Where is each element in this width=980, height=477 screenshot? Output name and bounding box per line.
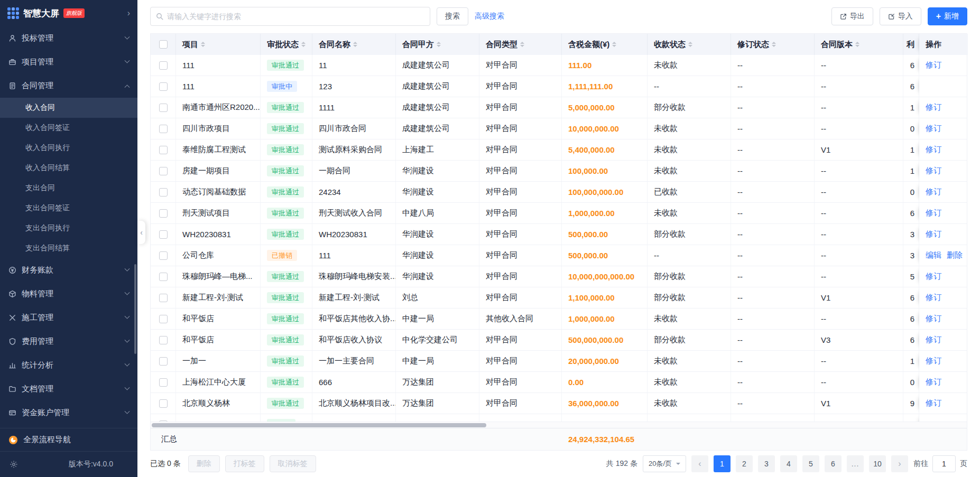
row-checkbox[interactable] (159, 399, 168, 408)
sidebar-collapse-handle[interactable]: ‹ (137, 221, 145, 244)
column-header-status[interactable]: 审批状态 (261, 34, 312, 55)
page-button-3[interactable]: 3 (758, 455, 775, 472)
sidebar-subitem[interactable]: 收入合同签证 (0, 118, 137, 138)
row-checkbox[interactable] (159, 146, 168, 154)
edit-link[interactable]: 编辑 (926, 250, 941, 260)
column-header-name[interactable]: 合同名称 (312, 34, 396, 55)
goto-page-input[interactable] (932, 455, 956, 472)
revise-link[interactable]: 修订 (926, 314, 941, 324)
sidebar-subitem[interactable]: 收入合同 (0, 98, 137, 118)
revise-link[interactable]: 修订 (926, 335, 941, 345)
horizontal-scrollbar-thumb[interactable] (152, 423, 486, 427)
row-checkbox[interactable] (159, 61, 168, 70)
revise-link[interactable]: 修订 (926, 60, 941, 70)
sort-icon[interactable] (688, 42, 692, 47)
sidebar-item[interactable]: 统计分析 (0, 353, 137, 377)
gear-icon[interactable] (10, 460, 18, 469)
search-input[interactable] (167, 12, 424, 21)
row-checkbox[interactable] (159, 273, 168, 281)
page-button-2[interactable]: 2 (736, 455, 753, 472)
untag-button[interactable]: 取消标签 (270, 455, 316, 472)
page-size-select[interactable]: 20条/页 (643, 455, 686, 472)
row-checkbox[interactable] (159, 230, 168, 239)
page-ellipsis[interactable]: ... (847, 455, 864, 472)
sidebar-item[interactable]: 资金账户管理 (0, 401, 137, 425)
next-page-button[interactable]: › (891, 455, 908, 472)
row-checkbox[interactable] (159, 315, 168, 323)
sidebar-item[interactable]: 合同管理 (0, 74, 137, 98)
revise-link[interactable]: 修订 (926, 166, 941, 176)
revise-link[interactable]: 修订 (926, 356, 941, 366)
prev-page-button[interactable]: ‹ (691, 455, 708, 472)
sort-icon[interactable] (301, 42, 306, 47)
row-checkbox[interactable] (159, 125, 168, 133)
column-header-type[interactable]: 合同类型 (479, 34, 562, 55)
column-header-amount[interactable]: 含税金额(¥) (562, 34, 648, 55)
sort-icon[interactable] (772, 42, 776, 47)
revise-link[interactable]: 修订 (926, 208, 941, 218)
row-checkbox[interactable] (159, 209, 168, 218)
row-checkbox[interactable] (159, 336, 168, 344)
sidebar-scrollbar[interactable] (134, 264, 136, 354)
sidebar-subitem[interactable]: 收入合同执行 (0, 138, 137, 158)
sort-icon[interactable] (353, 42, 357, 47)
page-button-6[interactable]: 6 (825, 455, 842, 472)
sidebar-item[interactable]: 物料管理 (0, 282, 137, 306)
page-button-10[interactable]: 10 (869, 455, 886, 472)
row-checkbox[interactable] (159, 251, 168, 260)
cell-actions: 修订 (919, 118, 967, 139)
row-checkbox[interactable] (159, 357, 168, 366)
revise-link[interactable]: 修订 (926, 229, 941, 239)
sort-icon[interactable] (612, 42, 616, 47)
sidebar-subitem[interactable]: 支出合同签证 (0, 198, 137, 218)
row-checkbox[interactable] (159, 82, 168, 91)
row-checkbox[interactable] (159, 104, 168, 112)
add-button[interactable]: + 新增 (928, 7, 967, 25)
chevron-right-icon[interactable]: › (127, 8, 130, 18)
page-button-5[interactable]: 5 (802, 455, 819, 472)
row-checkbox[interactable] (159, 167, 168, 175)
delete-link[interactable]: 删除 (947, 250, 963, 260)
page-button-1[interactable]: 1 (714, 455, 731, 472)
revise-link[interactable]: 修订 (926, 398, 941, 408)
revise-link[interactable]: 修订 (926, 102, 941, 113)
sidebar-item[interactable]: 项目管理 (0, 50, 137, 74)
column-header-party[interactable]: 合同甲方 (396, 34, 479, 55)
select-all-checkbox[interactable] (159, 40, 168, 49)
revise-link[interactable]: 修订 (926, 293, 941, 303)
revise-link[interactable]: 修订 (926, 272, 941, 282)
revise-link[interactable]: 修订 (926, 124, 941, 134)
page-button-4[interactable]: 4 (780, 455, 797, 472)
revise-link[interactable]: 修订 (926, 377, 941, 387)
revise-link[interactable]: 修订 (926, 145, 941, 155)
row-checkbox[interactable] (159, 378, 168, 387)
sidebar-subitem[interactable]: 支出合同结算 (0, 238, 137, 258)
sidebar-item[interactable]: 投标管理 (0, 26, 137, 50)
column-header-version[interactable]: 合同版本 (815, 34, 903, 55)
column-header-revision[interactable]: 修订状态 (731, 34, 815, 55)
column-header-project[interactable]: 项目 (176, 34, 261, 55)
sidebar-item[interactable]: 施工管理 (0, 306, 137, 330)
sort-icon[interactable] (201, 42, 205, 47)
sort-icon[interactable] (520, 42, 524, 47)
tag-button[interactable]: 打标签 (225, 455, 264, 472)
column-header-payment[interactable]: 收款状态 (648, 34, 731, 55)
sidebar-item[interactable]: 费用管理 (0, 330, 137, 353)
sidebar-subitem[interactable]: 收入合同结算 (0, 158, 137, 178)
row-checkbox[interactable] (159, 420, 168, 422)
sidebar-subitem[interactable]: 支出合同 (0, 178, 137, 198)
sidebar-item[interactable]: 财务账款 (0, 258, 137, 282)
advanced-search-link[interactable]: 高级搜索 (475, 12, 504, 21)
import-button[interactable]: 导入 (880, 7, 921, 25)
revise-link[interactable]: 修订 (926, 187, 941, 197)
sidebar-subitem[interactable]: 支出合同执行 (0, 218, 137, 238)
search-button[interactable]: 搜索 (437, 7, 468, 25)
sort-icon[interactable] (437, 42, 441, 47)
export-button[interactable]: 导出 (831, 7, 873, 25)
row-checkbox[interactable] (159, 188, 168, 197)
row-checkbox[interactable] (159, 294, 168, 302)
sidebar-item[interactable]: 文档管理 (0, 377, 137, 401)
sort-icon[interactable] (855, 42, 859, 47)
delete-button[interactable]: 删除 (188, 455, 220, 472)
sidebar-item-panorama[interactable]: 全景流程导航 (0, 428, 137, 451)
